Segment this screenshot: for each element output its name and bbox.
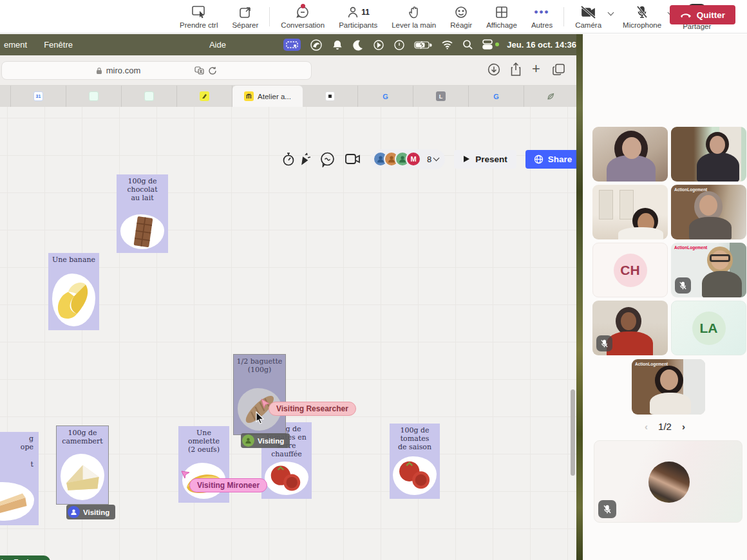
visiting-explorer-badge: ting Explorer — [0, 555, 50, 560]
board-share-button[interactable]: Share — [525, 150, 576, 169]
view-button[interactable]: Affichage — [479, 0, 524, 33]
actionlogement-logo: ActionLogement — [635, 362, 668, 366]
mic-muted-icon — [598, 500, 616, 518]
browser-share-icon[interactable] — [509, 62, 522, 80]
food-illustration — [0, 482, 34, 521]
tab-l-app[interactable]: L — [413, 86, 469, 107]
card-partial-left[interactable]: g ope t — [0, 432, 39, 525]
participant-initials-tile-ch[interactable]: CH — [592, 243, 668, 297]
camera-button[interactable]: Caméra — [568, 0, 609, 33]
page-next-button[interactable]: › — [682, 421, 685, 432]
tab-leaf[interactable] — [524, 86, 576, 107]
take-control-icon — [191, 5, 207, 19]
participant-video-tile[interactable] — [592, 301, 668, 355]
visitor-avatar — [242, 434, 254, 447]
ellipsis-icon: ••• — [534, 5, 550, 19]
present-label: Present — [475, 154, 507, 164]
card-tomates-saison[interactable]: 100g de tomates de saison — [390, 424, 440, 499]
address-bar[interactable]: miro.com — [1, 61, 312, 80]
card-chocolat[interactable]: 100g de chocolat au lait — [117, 174, 168, 253]
initials-avatar: CH — [614, 254, 647, 287]
participant-initials-tile-la[interactable]: LA — [671, 301, 746, 355]
tab-google-2[interactable]: G — [469, 86, 524, 107]
board-chat-icon[interactable] — [319, 151, 336, 167]
take-control-button[interactable]: Prendre ctrl — [173, 0, 225, 33]
quit-button[interactable]: Quitter — [670, 5, 735, 24]
participants-button[interactable]: 11 Participants — [332, 0, 384, 33]
separate-button[interactable]: Séparer — [225, 0, 265, 33]
participant-video-tile[interactable] — [592, 127, 668, 182]
moon-icon[interactable] — [352, 39, 364, 51]
tab-google-1[interactable]: G — [358, 86, 413, 107]
battery-icon — [414, 41, 432, 50]
initials-avatar: LA — [692, 312, 726, 345]
play-status-icon[interactable] — [373, 39, 384, 51]
new-tab-icon[interactable]: + — [532, 63, 540, 75]
card-illustration — [265, 462, 308, 495]
local-cursor — [255, 411, 265, 424]
collaborators-pill[interactable]: M 8 — [370, 149, 445, 169]
timer-confetti-icon[interactable] — [282, 151, 310, 167]
self-video-tile[interactable] — [594, 440, 742, 523]
tab-marker[interactable] — [177, 86, 232, 107]
tab-atelier-active[interactable]: Atelier a... — [232, 86, 303, 107]
info-status-icon[interactable] — [393, 39, 405, 51]
participant-video-tile[interactable]: ActionLogement — [671, 185, 746, 239]
menu-item-help[interactable]: Aide — [209, 40, 226, 50]
fast-user-switch-icon[interactable] — [482, 39, 495, 50]
present-button[interactable]: Present — [454, 150, 516, 169]
canvas-scrollbar[interactable] — [571, 389, 575, 476]
visiting-tag-baguette: Visiting — [241, 433, 290, 448]
raise-hand-button[interactable]: Lever la main — [384, 0, 443, 33]
tab-notes-1[interactable] — [66, 86, 122, 107]
conversation-button[interactable]: Conversation — [274, 0, 332, 33]
tab-notes-2[interactable] — [122, 86, 177, 107]
tab-edge[interactable] — [0, 86, 11, 107]
camera-chevron[interactable] — [608, 9, 614, 15]
mic-off-icon — [636, 5, 648, 19]
participant-video-tile[interactable] — [592, 185, 668, 239]
wifi-icon[interactable] — [441, 40, 453, 50]
miro-favicon — [244, 91, 254, 101]
chocolate-illustration — [120, 214, 165, 249]
participant-video-tile[interactable]: ActionLogement — [671, 243, 746, 297]
participants-panel: ActionLogement CH ActionLogement — [583, 34, 747, 560]
card-illustration — [0, 482, 34, 521]
participant-video-tile[interactable] — [671, 127, 746, 182]
card-camembert[interactable]: 100g de camembert — [57, 426, 108, 504]
react-button[interactable]: Réagir — [443, 0, 479, 33]
tab-overview-icon[interactable] — [552, 62, 566, 79]
more-button[interactable]: ••• Autres — [524, 0, 560, 33]
downloads-icon[interactable] — [487, 62, 501, 79]
microphone-label: Microphone — [623, 21, 661, 29]
online-dot — [495, 42, 499, 46]
diamond-favicon — [325, 91, 335, 101]
page-prev-button[interactable]: ‹ — [645, 421, 648, 432]
bell-icon[interactable] — [332, 39, 343, 51]
participant-video-tile[interactable]: ActionLogement — [632, 359, 705, 415]
actionlogement-logo: ActionLogement — [674, 187, 707, 192]
reload-icon[interactable] — [208, 66, 217, 75]
banana-illustration — [52, 274, 96, 326]
card-title: 100g de camembert — [57, 429, 108, 446]
tab-bar: 31 Atelier a... G — [0, 86, 576, 107]
hand-icon — [408, 5, 421, 19]
mic-muted-icon — [675, 277, 691, 294]
menubar-clock[interactable]: Jeu. 16 oct. 14:36 — [507, 40, 576, 50]
camo-status-icon[interactable] — [310, 39, 323, 51]
video-chat-icon[interactable] — [345, 153, 361, 165]
quit-label: Quitter — [697, 10, 725, 20]
menu-item-window[interactable]: Fenêtre — [44, 40, 73, 50]
translate-icon[interactable] — [194, 66, 204, 75]
tab-diamond[interactable] — [303, 86, 358, 107]
card-fragment: t — [0, 461, 33, 469]
miro-canvas[interactable]: 100g de chocolat au lait Une banane — [0, 107, 576, 560]
card-banane[interactable]: Une banane — [48, 253, 99, 330]
screen-sharing-status-icon[interactable] — [283, 39, 301, 51]
tab-calendar[interactable]: 31 — [11, 86, 66, 107]
menu-item-partial[interactable]: ement — [4, 40, 27, 50]
search-icon[interactable] — [462, 39, 473, 50]
card-title: 100g de tomates de saison — [390, 427, 440, 452]
microphone-button[interactable]: Microphone — [616, 0, 668, 33]
actionlogement-logo: ActionLogement — [674, 245, 707, 250]
